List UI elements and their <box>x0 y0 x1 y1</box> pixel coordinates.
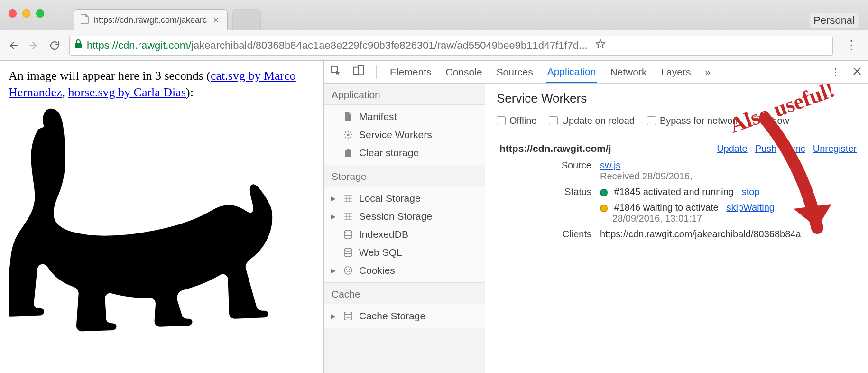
sidebar-section-cache: Cache <box>324 283 485 304</box>
sidebar-item-label: Manifest <box>359 111 397 122</box>
page-text: An image will appear here in 3 seconds ( <box>9 69 211 83</box>
browser-menu-button[interactable]: ⋮ <box>841 38 861 53</box>
tabs-overflow-button[interactable]: » <box>704 62 711 83</box>
new-tab-button[interactable] <box>232 9 261 30</box>
status-waiting-text: #1846 waiting to activate <box>614 202 719 213</box>
source-received: Received 28/09/2016, <box>600 171 693 181</box>
database-icon <box>343 248 353 257</box>
close-tab-button[interactable]: × <box>212 15 221 25</box>
chevron-right-icon[interactable]: ▶ <box>331 267 337 274</box>
status-waiting-time: 28/09/2016, 13:01:17 <box>612 213 857 224</box>
status-activated: #1845 activated and running stop <box>600 186 857 197</box>
chevron-right-icon[interactable]: ▶ <box>331 213 337 220</box>
tab-console[interactable]: Console <box>445 62 483 83</box>
status-dot-orange <box>600 205 608 212</box>
sidebar-item-cookies[interactable]: ▶ Cookies <box>324 261 485 280</box>
status-activated-text: #1845 activated and running <box>614 186 734 197</box>
link-horse-svg[interactable]: horse.svg by Carla Dias <box>68 85 186 99</box>
action-update[interactable]: Update <box>717 143 748 154</box>
url-path: jakearchibald/80368b84ac1ae8e229fc90b3fe… <box>191 39 588 51</box>
tab-elements[interactable]: Elements <box>389 62 433 83</box>
tab-layers[interactable]: Layers <box>660 62 692 83</box>
zoom-window-button[interactable] <box>36 9 44 18</box>
sidebar-item-local-storage[interactable]: ▶ Local Storage <box>324 189 485 207</box>
checkbox-bypass-network[interactable]: Bypass for network <box>647 115 740 126</box>
svg-rect-3 <box>358 66 363 75</box>
svg-point-12 <box>347 271 348 272</box>
chevron-right-icon[interactable]: ▶ <box>331 312 337 320</box>
svg-point-7 <box>344 230 352 233</box>
sidebar-item-session-storage[interactable]: ▶ Session Storage <box>324 207 485 225</box>
checkbox-offline[interactable]: Offline <box>497 115 536 126</box>
window-titlebar: https://cdn.rawgit.com/jakearc × Persona… <box>0 0 868 30</box>
origin-row: https://cdn.rawgit.com/j Update Push Syn… <box>497 143 857 154</box>
source-row: Source sw.js Received 28/09/2016, <box>497 160 857 182</box>
sidebar-item-label: IndexedDB <box>359 229 408 240</box>
file-icon <box>81 14 89 26</box>
tab-sources[interactable]: Sources <box>496 62 534 83</box>
webpage-content: An image will appear here in 3 seconds (… <box>0 61 324 373</box>
service-worker-section: https://cdn.rawgit.com/j Update Push Syn… <box>497 134 857 240</box>
sidebar-item-service-workers[interactable]: Service Workers <box>324 126 485 144</box>
grid-icon <box>343 213 353 220</box>
url-host: ://cdn.rawgit.com/ <box>110 39 191 51</box>
devtools-close-button[interactable] <box>853 66 861 78</box>
checkbox-update-on-reload[interactable]: Update on reload <box>549 115 634 126</box>
checkbox-show-all[interactable]: Show <box>753 115 789 126</box>
sidebar-item-label: Service Workers <box>359 129 432 140</box>
sidebar-item-label: Clear storage <box>359 147 419 159</box>
forward-button[interactable] <box>28 39 40 52</box>
application-sidebar: Application Manifest Service Workers <box>324 84 485 373</box>
action-unregister[interactable]: Unregister <box>813 143 857 154</box>
sidebar-item-clear-storage[interactable]: Clear storage <box>324 144 485 162</box>
browser-tab[interactable]: https://cdn.rawgit.com/jakearc × <box>74 9 228 30</box>
service-workers-panel: Service Workers Offline Update on reload… <box>485 84 868 373</box>
url-text: https://cdn.rawgit.com/jakearchibald/803… <box>87 39 588 52</box>
browser-toolbar: https://cdn.rawgit.com/jakearchibald/803… <box>0 30 868 61</box>
tab-strip: https://cdn.rawgit.com/jakearc × <box>74 9 261 30</box>
sidebar-item-label: Cache Storage <box>359 310 425 322</box>
sidebar-item-label: Cookies <box>359 265 395 276</box>
origin-text: https://cdn.rawgit.com/j <box>499 143 611 154</box>
svg-point-13 <box>349 271 350 272</box>
action-sync[interactable]: Sync <box>784 143 805 154</box>
status-dot-green <box>600 189 608 196</box>
sidebar-item-websql[interactable]: Web SQL <box>324 243 485 261</box>
sidebar-item-indexeddb[interactable]: IndexedDB <box>324 225 485 243</box>
sidebar-section-application: Application <box>324 84 485 104</box>
sidebar-item-manifest[interactable]: Manifest <box>324 108 485 126</box>
device-toolbar-icon[interactable] <box>353 65 364 78</box>
devtools-menu-button[interactable]: ⋮ <box>831 66 840 78</box>
url-scheme: https <box>87 39 110 51</box>
back-button[interactable] <box>7 39 19 52</box>
sidebar-item-label: Session Storage <box>359 211 432 222</box>
sidebar-item-cache-storage[interactable]: ▶ Cache Storage <box>324 307 485 325</box>
action-skipwaiting[interactable]: skipWaiting <box>726 202 775 213</box>
close-window-button[interactable] <box>9 9 17 18</box>
action-push[interactable]: Push <box>755 143 777 154</box>
status-waiting: #1846 waiting to activate skipWaiting 28… <box>600 202 857 224</box>
source-link[interactable]: sw.js <box>600 160 620 170</box>
svg-point-8 <box>344 248 352 251</box>
clients-value: https://cdn.rawgit.com/jakearchibald/803… <box>600 229 857 240</box>
minimize-window-button[interactable] <box>22 9 30 18</box>
panel-options-row: Offline Update on reload Bypass for netw… <box>497 112 857 134</box>
page-text-sep: , <box>62 85 68 99</box>
reload-button[interactable] <box>48 39 61 52</box>
database-icon <box>343 230 353 239</box>
devtools-body: Application Manifest Service Workers <box>324 84 868 373</box>
profile-badge[interactable]: Personal <box>810 13 859 28</box>
window-controls <box>9 9 44 18</box>
page-text-after: ): <box>186 85 194 99</box>
inspect-element-icon[interactable] <box>331 65 341 78</box>
bookmark-star-icon[interactable] <box>592 39 609 52</box>
status-label: Status <box>497 186 591 197</box>
chevron-right-icon[interactable]: ▶ <box>331 195 337 202</box>
file-icon <box>343 112 353 121</box>
tab-application[interactable]: Application <box>546 61 597 83</box>
tab-network[interactable]: Network <box>609 62 647 83</box>
address-bar[interactable]: https://cdn.rawgit.com/jakearchibald/803… <box>69 36 833 56</box>
trash-icon <box>343 148 353 158</box>
panel-title: Service Workers <box>497 91 857 106</box>
action-stop[interactable]: stop <box>742 186 760 197</box>
